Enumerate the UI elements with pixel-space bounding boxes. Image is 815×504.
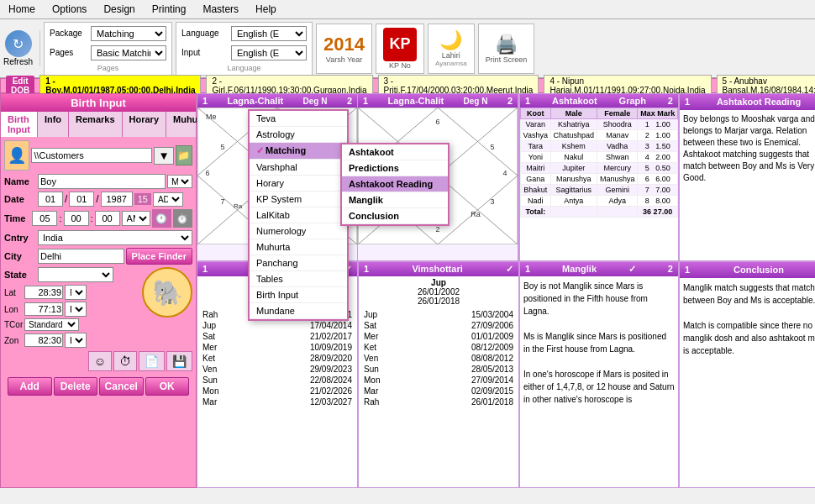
time-icon-2[interactable]: ⏱️ bbox=[173, 209, 192, 228]
lon-input[interactable] bbox=[24, 302, 63, 316]
vim1-r8-d: 21/02/2026 bbox=[310, 386, 352, 396]
kp-no-label: KP No bbox=[389, 61, 411, 70]
sub-predictions[interactable]: Predictions bbox=[342, 160, 448, 176]
era-select[interactable]: AD BC bbox=[153, 192, 183, 207]
customer-dropdown-btn[interactable]: ▼ bbox=[154, 147, 173, 165]
icon-btn-3[interactable]: 📄 bbox=[139, 351, 165, 371]
time-min[interactable] bbox=[64, 211, 89, 226]
menu-horary[interactable]: Horary bbox=[250, 176, 347, 192]
svg-text:Ra: Ra bbox=[471, 210, 481, 218]
language-label: Language bbox=[181, 29, 228, 38]
tab-birth-input[interactable]: Birth Input bbox=[1, 112, 38, 137]
date-day-input[interactable] bbox=[38, 192, 63, 207]
sub-ashtakoot[interactable]: Ashtakoot bbox=[342, 144, 448, 160]
menu-masters[interactable]: Masters bbox=[197, 2, 244, 17]
customer-icon: 👤 bbox=[4, 140, 29, 171]
menu-matching[interactable]: ✓Matching Ashtakoot Predictions Ashtakoo… bbox=[250, 143, 347, 160]
menu-panchang[interactable]: Panchang bbox=[250, 255, 347, 271]
delete-button[interactable]: Delete bbox=[54, 377, 98, 396]
menu-help[interactable]: Help bbox=[250, 2, 281, 17]
ampm-select[interactable]: AM PM bbox=[122, 211, 150, 226]
refresh-button[interactable]: ↻ Refresh bbox=[3, 30, 33, 66]
menu-options[interactable]: Options bbox=[47, 2, 92, 17]
menu-astrology[interactable]: Astrology bbox=[250, 127, 347, 143]
input-select[interactable]: English (E bbox=[231, 45, 307, 60]
vim1-row-9: Mar12/03/2027 bbox=[201, 396, 354, 407]
menu-kp-system[interactable]: KP System bbox=[250, 192, 347, 207]
vim1-row-8: Mon21/02/2026 bbox=[201, 386, 354, 396]
menu-printing[interactable]: Printing bbox=[147, 2, 192, 17]
clock-icon[interactable]: 🕐 bbox=[152, 209, 171, 228]
package-label: Package bbox=[50, 29, 87, 38]
manglik-num2: 2 bbox=[668, 264, 673, 275]
vim1-r4-p: Mer bbox=[202, 343, 217, 352]
vim2-r3-d: 01/01/2009 bbox=[471, 332, 513, 341]
vim1-r7-d: 22/08/2024 bbox=[310, 375, 352, 385]
lon-dir-select[interactable]: E W bbox=[65, 302, 87, 317]
menu-birth-input[interactable]: Birth Input bbox=[250, 287, 347, 303]
icon-btn-2[interactable]: ⏱ bbox=[113, 351, 137, 371]
menu-tables[interactable]: Tables bbox=[250, 271, 347, 287]
date-year-input[interactable] bbox=[101, 192, 133, 207]
menu-lalkitab[interactable]: LalKitab bbox=[250, 207, 347, 223]
lat-input[interactable] bbox=[24, 286, 63, 299]
birth-input-tabs: Birth Input Info Remarks Horary Muhurta bbox=[1, 112, 196, 137]
birth-input-panel: Birth Input Birth Input Info Remarks Hor… bbox=[0, 93, 197, 488]
sub-conclusion[interactable]: Conclusion bbox=[342, 208, 448, 224]
refresh-label: Refresh bbox=[3, 57, 33, 66]
lat-dir-select[interactable]: N S bbox=[65, 285, 87, 300]
vim1-r6-p: Ven bbox=[202, 365, 217, 374]
tab-horary[interactable]: Horary bbox=[123, 112, 166, 137]
vim2-r4-d: 08/12/2009 bbox=[471, 343, 513, 352]
tab-info[interactable]: Info bbox=[38, 112, 69, 137]
add-button[interactable]: Add bbox=[8, 377, 52, 396]
vim2-r1-p: Jup bbox=[364, 310, 377, 319]
ok-button[interactable]: OK bbox=[145, 377, 190, 396]
table-row: Vashya Chatushpad Manav 2 1.00 bbox=[521, 130, 678, 141]
cancel-button[interactable]: Cancel bbox=[99, 377, 144, 396]
matching-menu[interactable]: Teva Astrology ✓Matching Ashtakoot Predi… bbox=[248, 109, 349, 321]
svg-text:Ra: Ra bbox=[234, 202, 243, 210]
icon-btn-4[interactable]: 💾 bbox=[166, 351, 192, 371]
row-koot-total: Total: bbox=[521, 207, 551, 218]
menu-home[interactable]: Home bbox=[3, 2, 40, 17]
state-select[interactable] bbox=[38, 267, 113, 282]
zon-input[interactable] bbox=[24, 333, 63, 347]
sub-manglik[interactable]: Manglik bbox=[342, 192, 448, 208]
language-select[interactable]: English (E bbox=[231, 26, 307, 41]
customer-input[interactable] bbox=[31, 148, 152, 163]
lat-row: Lat N S bbox=[4, 285, 140, 300]
country-select[interactable]: India bbox=[38, 230, 192, 245]
vim2-r5-d: 08/08/2012 bbox=[471, 354, 513, 363]
city-input[interactable] bbox=[38, 249, 124, 264]
tcor-select[interactable]: Standard bbox=[24, 318, 79, 331]
time-sec[interactable] bbox=[95, 211, 120, 226]
ash-num2: 2 bbox=[668, 96, 673, 106]
reading-text: Boy belongs to Mooshak varga and Ms belo… bbox=[683, 113, 815, 184]
sub-ashtakoot-reading[interactable]: Ashtakoot Reading bbox=[342, 176, 448, 192]
menu-mundane[interactable]: Mundane bbox=[250, 303, 347, 319]
vimshottari-col2-content: Jup 26/01/2002 26/01/2018 Jup15/03/2004 … bbox=[359, 276, 518, 409]
name-input[interactable] bbox=[38, 174, 166, 189]
time-hour[interactable] bbox=[32, 211, 57, 226]
print-screen-btn[interactable]: 🖨️ Print Screen bbox=[478, 24, 535, 74]
menu-muhurta[interactable]: Muhurta bbox=[250, 239, 347, 255]
menu-design[interactable]: Design bbox=[98, 2, 139, 17]
menu-teva[interactable]: Teva bbox=[250, 111, 347, 127]
row-female-8: Adya bbox=[597, 196, 638, 207]
place-finder-button[interactable]: Place Finder bbox=[126, 248, 192, 265]
folder-icon[interactable]: 📁 bbox=[176, 145, 192, 165]
row-koot-2: Vashya bbox=[521, 130, 551, 141]
package-select[interactable]: Matching bbox=[91, 26, 166, 41]
menu-numerology[interactable]: Numerology bbox=[250, 223, 347, 239]
pages-select[interactable]: Basic Matching bbox=[91, 45, 166, 60]
tab-remarks[interactable]: Remarks bbox=[69, 112, 122, 137]
menu-varshphal[interactable]: Varshphal bbox=[250, 160, 347, 176]
zon-dir-select[interactable]: E W bbox=[65, 333, 87, 348]
name-label: Name bbox=[4, 176, 36, 186]
icon-btn-1[interactable]: ☺ bbox=[88, 351, 112, 371]
vim2-r9-d: 26/01/2018 bbox=[471, 397, 513, 407]
date-month-input[interactable] bbox=[69, 192, 94, 207]
gender-select[interactable]: M F bbox=[167, 175, 192, 188]
vim1-r5-p: Ket bbox=[202, 354, 215, 363]
